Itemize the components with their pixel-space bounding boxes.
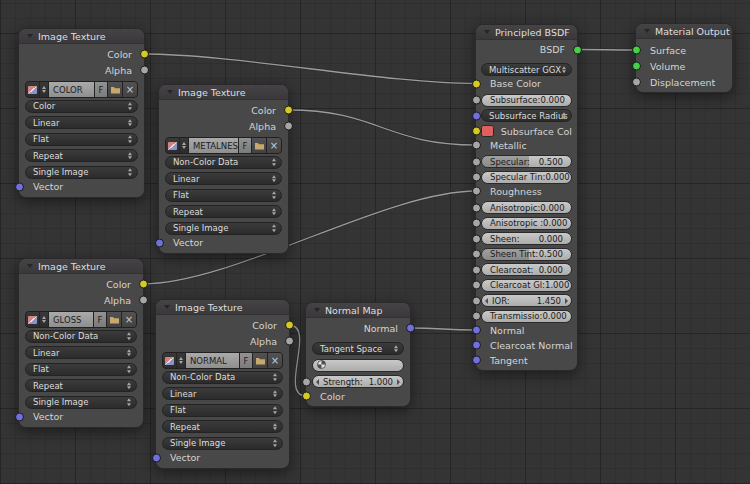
socket-in-vector[interactable]: [15, 412, 24, 421]
socket-in-volume[interactable]: [632, 62, 641, 71]
open-image-button[interactable]: [253, 353, 267, 368]
node-tex-metalness[interactable]: Image TextureColorAlphaMETALNESSF×Non-Co…: [158, 84, 289, 254]
node-tex-normal[interactable]: Image TextureColorAlphaNORMALF×Non-Color…: [155, 299, 290, 469]
socket-out-color[interactable]: [284, 106, 293, 115]
single-image-dropdown[interactable]: Single Image: [25, 396, 137, 409]
multiscatter-ggx-dropdown[interactable]: Multiscatter GGX: [481, 63, 572, 76]
strength-number-field[interactable]: Strength:1.000: [312, 375, 404, 388]
image-name-field[interactable]: COLOR: [49, 82, 94, 97]
socket-in-transmissio[interactable]: [472, 312, 481, 321]
node-tex-gloss[interactable]: Image TextureColorAlphaGLOSSF×Non-Color …: [18, 258, 144, 428]
image-datablock-icon[interactable]: [166, 138, 179, 153]
non-color-data-dropdown[interactable]: Non-Color Data: [162, 371, 283, 384]
collapse-triangle-icon[interactable]: [27, 264, 33, 268]
specular-slider[interactable]: Specular:0.500: [481, 155, 572, 168]
sheen-slider[interactable]: Sheen:0.000: [481, 232, 572, 245]
socket-in-vector[interactable]: [15, 182, 24, 191]
socket-out-normal[interactable]: [406, 324, 415, 333]
clearcoat-gl-slider[interactable]: Clearcoat Gl:1.000: [481, 279, 572, 292]
color-swatch[interactable]: [481, 125, 494, 137]
subsurface-slider[interactable]: Subsurface:0.000: [481, 94, 572, 107]
socket-in-sheen[interactable]: [472, 234, 481, 243]
anisotropic-slider[interactable]: Anisotropic:0.000: [481, 201, 572, 214]
socket-in-base-color[interactable]: [472, 79, 481, 88]
socket-in-ior[interactable]: [472, 296, 481, 305]
socket-in-clearcoat-gl[interactable]: [472, 281, 481, 290]
linear-dropdown[interactable]: Linear: [162, 387, 283, 400]
image-name-field[interactable]: GLOSS: [49, 312, 93, 327]
linear-dropdown[interactable]: Linear: [25, 346, 137, 359]
socket-in-roughness[interactable]: [472, 187, 481, 196]
socket-in-color[interactable]: [302, 392, 311, 401]
socket-out-color[interactable]: [139, 280, 148, 289]
non-color-data-dropdown[interactable]: Non-Color Data: [25, 330, 137, 343]
increment-arrow-icon[interactable]: [397, 379, 400, 385]
increment-arrow-icon[interactable]: [565, 298, 568, 304]
decrement-arrow-icon[interactable]: [316, 379, 319, 385]
collapse-triangle-icon[interactable]: [644, 29, 650, 33]
socket-in-displacement[interactable]: [632, 78, 641, 87]
single-image-dropdown[interactable]: Single Image: [165, 222, 282, 235]
specular-tin-slider[interactable]: Specular Tin:0.000: [481, 171, 572, 184]
socket-in-sheen-tint[interactable]: [472, 250, 481, 259]
datablock-browse-button[interactable]: [40, 82, 48, 97]
node-header[interactable]: Image Texture: [156, 300, 289, 315]
collapse-triangle-icon[interactable]: [167, 90, 173, 94]
node-header[interactable]: Image Texture: [19, 29, 144, 44]
socket-in-strength[interactable]: [302, 377, 311, 386]
transmissio-slider[interactable]: Transmissio:0.000: [481, 310, 572, 323]
socket-in-anisotropic[interactable]: [472, 203, 481, 212]
node-principled[interactable]: Principled BSDFBSDFMultiscatter GGXBase …: [475, 24, 578, 371]
color-dropdown[interactable]: Color: [25, 100, 138, 113]
socket-out-color[interactable]: [140, 50, 149, 59]
open-image-button[interactable]: [252, 138, 266, 153]
unlink-image-button[interactable]: ×: [122, 312, 136, 327]
node-tex-color[interactable]: Image TextureColorAlphaCOLORF×ColorLinea…: [18, 28, 145, 198]
image-name-field[interactable]: NORMAL: [186, 353, 239, 368]
socket-in-clearcoat[interactable]: [472, 265, 481, 274]
socket-in-tangent[interactable]: [472, 356, 481, 365]
socket-in-specular[interactable]: [472, 157, 481, 166]
decrement-arrow-icon[interactable]: [485, 298, 488, 304]
ior-number-field[interactable]: IOR:1.450: [481, 294, 572, 307]
uv-map-field[interactable]: [312, 359, 404, 372]
node-header[interactable]: Material Output: [636, 24, 732, 39]
socket-in-anisotropic[interactable]: [472, 219, 481, 228]
open-image-button[interactable]: [107, 312, 121, 327]
socket-in-clearcoat-normal[interactable]: [472, 341, 481, 350]
repeat-dropdown[interactable]: Repeat: [25, 149, 138, 162]
socket-in-vector[interactable]: [152, 453, 161, 462]
single-image-dropdown[interactable]: Single Image: [25, 166, 138, 179]
node-header[interactable]: Normal Map: [306, 303, 410, 318]
datablock-browse-button[interactable]: [180, 138, 188, 153]
socket-out-alpha[interactable]: [140, 66, 149, 75]
socket-in-metallic[interactable]: [472, 141, 481, 150]
flat-dropdown[interactable]: Flat: [25, 363, 137, 376]
socket-in-surface[interactable]: [632, 46, 641, 55]
node-header[interactable]: Image Texture: [19, 259, 143, 274]
collapse-triangle-icon[interactable]: [484, 30, 490, 34]
subsurface-radius-dropdown[interactable]: Subsurface Radius: [481, 109, 572, 122]
socket-out-bsdf[interactable]: [573, 45, 582, 54]
image-datablock-icon[interactable]: [163, 353, 176, 368]
socket-in-vector[interactable]: [155, 238, 164, 247]
linear-dropdown[interactable]: Linear: [165, 172, 282, 185]
node-header[interactable]: Image Texture: [159, 85, 288, 100]
unlink-image-button[interactable]: ×: [267, 138, 281, 153]
image-datablock-icon[interactable]: [26, 312, 39, 327]
single-image-dropdown[interactable]: Single Image: [162, 437, 283, 450]
socket-out-color[interactable]: [285, 321, 294, 330]
socket-in-subsurface-col[interactable]: [472, 127, 481, 136]
open-image-button[interactable]: [108, 82, 122, 97]
flat-dropdown[interactable]: Flat: [162, 404, 283, 417]
non-color-data-dropdown[interactable]: Non-Color Data: [165, 156, 282, 169]
node-output[interactable]: Material OutputSurfaceVolumeDisplacement: [635, 23, 733, 93]
unlink-image-button[interactable]: ×: [123, 82, 137, 97]
image-name-field[interactable]: METALNESS: [189, 138, 238, 153]
sheen-tint-slider[interactable]: Sheen Tint:0.500: [481, 248, 572, 261]
datablock-browse-button[interactable]: [40, 312, 48, 327]
fake-user-button[interactable]: F: [239, 138, 251, 153]
linear-dropdown[interactable]: Linear: [25, 116, 138, 129]
socket-out-alpha[interactable]: [139, 296, 148, 305]
socket-in-specular-tin[interactable]: [472, 173, 481, 182]
